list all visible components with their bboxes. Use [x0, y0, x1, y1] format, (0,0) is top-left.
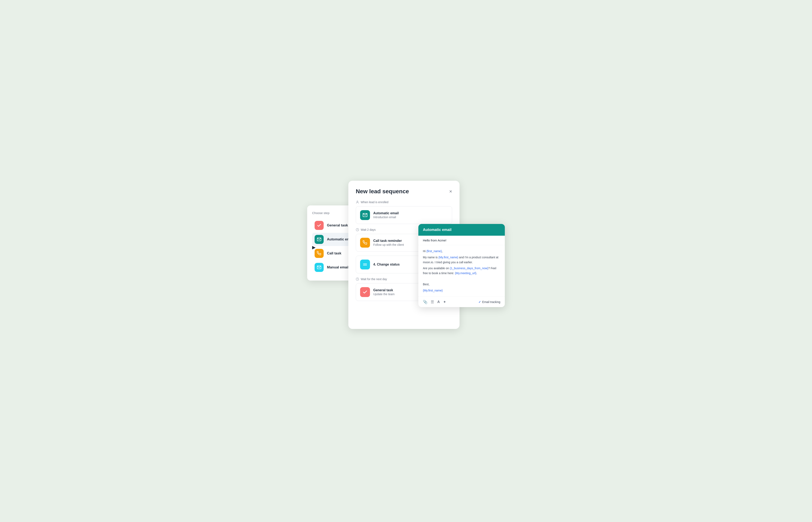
closing-text: Best,	[423, 283, 430, 286]
svg-point-2	[357, 201, 358, 202]
automatic-email-icon	[315, 235, 324, 244]
section-enrolled-label: When lead is enrolled	[356, 200, 452, 204]
tracking-check-icon: ✓	[478, 300, 481, 304]
email-subject: Hello from Acme!	[418, 236, 505, 245]
call-task-label: Call task	[327, 251, 341, 256]
general-task-card-subtitle: Update the team	[373, 293, 395, 296]
scene: Choose step General task Automatic email…	[307, 181, 505, 341]
call-task-card-title: Call task reminder	[373, 239, 404, 243]
email-preview-panel: Automatic email Hello from Acme! Hi {fir…	[418, 224, 505, 307]
greeting-text: Hi	[423, 249, 427, 253]
name-intro: My name is	[423, 256, 438, 259]
email-sign: {My.first_name}	[423, 288, 500, 293]
email-greeting-line: Hi {first_name},	[423, 249, 500, 254]
email-closing: Best,	[423, 282, 500, 287]
auto-email-card-icon	[360, 210, 370, 220]
tracking-label: Email tracking	[482, 300, 500, 304]
attachment-icon[interactable]: 📎	[423, 300, 428, 304]
var-first-name: {first_name}	[427, 249, 442, 253]
avail-end: .	[476, 272, 477, 275]
list-icon[interactable]: ☰	[431, 300, 434, 304]
avail-text: Are you available on	[423, 266, 450, 270]
general-task-label: General task	[327, 223, 348, 227]
call-task-card-info: Call task reminder Follow up with the cl…	[373, 239, 404, 246]
waitnextday-label-text: Wait for the next day	[361, 278, 387, 281]
email-panel-header: Automatic email	[418, 224, 505, 236]
wait2days-label-text: Wait 2 days	[361, 228, 376, 232]
ai-icon[interactable]: ✦	[443, 300, 446, 304]
manual-email-icon	[315, 263, 324, 272]
sequence-header: New lead sequence ×	[356, 188, 452, 195]
comma-text: ,	[442, 249, 443, 253]
auto-email-card-subtitle: Introduction email	[373, 216, 399, 219]
cursor-icon: ▶	[312, 245, 316, 250]
general-task-card-title: General task	[373, 288, 395, 292]
change-status-info: 4. Change status	[373, 263, 400, 266]
general-task-card-info: General task Update the team	[373, 288, 395, 296]
automatic-email-card[interactable]: Automatic email Introduction email	[356, 206, 452, 224]
general-task-card-icon	[360, 287, 370, 297]
enrolled-label-text: When lead is enrolled	[361, 200, 389, 204]
general-task-icon	[315, 221, 324, 230]
email-availability-line: Are you available on {1_business_days_fr…	[423, 266, 500, 276]
auto-email-card-info: Automatic email Introduction email	[373, 212, 399, 219]
change-status-title: 4. Change status	[373, 263, 400, 266]
email-toolbar: 📎 ☰ A ✦ ✓ Email tracking	[418, 297, 505, 307]
email-intro-line: My name is {My.first_name} and I'm a pro…	[423, 255, 500, 265]
email-body: Hi {first_name}, My name is {My.first_na…	[418, 245, 505, 297]
var-my-first-name: {My.first_name}	[438, 256, 458, 259]
call-task-card-icon	[360, 238, 370, 248]
close-button[interactable]: ×	[449, 189, 452, 194]
call-task-icon	[315, 249, 324, 258]
font-icon[interactable]: A	[437, 300, 440, 304]
auto-email-card-title: Automatic email	[373, 212, 399, 215]
email-tracking-toggle[interactable]: ✓ Email tracking	[478, 300, 500, 304]
var-sign-name: {My.first_name}	[423, 289, 443, 292]
call-task-card-subtitle: Follow up with the client	[373, 243, 404, 246]
sequence-title: New lead sequence	[356, 188, 409, 195]
change-status-icon	[360, 260, 370, 269]
var-meeting-url: {My.meeting_url}	[455, 272, 476, 275]
var-business-days: {1_business_days_from_now}	[450, 266, 488, 270]
